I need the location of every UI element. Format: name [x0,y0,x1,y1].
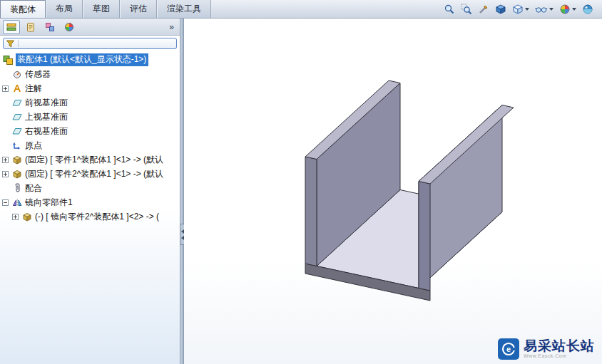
view-orientation-cube-icon [495,4,506,15]
tree-item-label: 原点 [25,140,42,152]
feature-manager-panel: » 装配体1 (默认<默认_显示状态-1>) [0,19,180,364]
watermark-letter: e [506,345,511,353]
main-area: » 装配体1 (默认<默认_显示状态-1>) [0,19,602,364]
tab-layout[interactable]: 布局 [46,0,83,18]
tree-item-label: 右视基准面 [25,125,68,137]
glasses-icon [535,4,548,15]
tree-item-label: 上视基准面 [25,111,68,123]
tree-item-label: 装配体1 (默认<默认_显示状态-1>) [16,53,148,66]
watermark-subtitle: Www.Easck.Com [524,353,595,358]
appearance-ball-icon [559,4,571,15]
tree-item-label: 配合 [25,182,42,194]
filter-row [0,36,180,51]
feature-tree: 装配体1 (默认<默认_显示状态-1>) 传感器 [0,51,180,224]
expand-plus-icon[interactable] [12,214,19,220]
assembly-icon [2,55,14,66]
tree-item-right-plane[interactable]: 右视基准面 [2,124,180,138]
zoom-to-area-icon [461,4,472,15]
tab-displaymanager[interactable] [61,20,78,34]
tab-featuremanager-tree[interactable] [3,20,20,34]
tree-item-mirror-component[interactable]: 镜向零部件1 [2,195,180,209]
view-heads-up-toolbar [444,0,602,18]
model-face-left-wall-front[interactable] [305,157,317,266]
section-view-button[interactable] [478,4,489,15]
tree-item-mirror-part[interactable]: (-) [ 镜向零件2^装配体1 ]<2> -> ( [2,209,180,224]
tab-label: 渲染工具 [167,3,201,15]
dropdown-caret-icon [525,8,529,11]
model-u-channel[interactable] [184,19,602,363]
origin-icon [11,140,23,150]
watermark-logo-icon: e [498,338,519,360]
tab-sketch[interactable]: 草图 [83,0,120,18]
part-icon [11,169,23,179]
tree-item-sensors[interactable]: 传感器 [2,67,180,81]
featuremanager-icon [6,22,16,32]
tree-item-label: (-) [ 镜向零件2^装配体1 ]<2> -> ( [35,211,159,223]
tree-item-label: 注解 [25,83,42,95]
propertymanager-icon [26,22,36,32]
zoom-to-fit-button[interactable] [444,4,455,15]
tree-item-label: (固定) [ 零件1^装配体1 ]<1> -> (默认 [25,154,163,166]
zoom-to-area-button[interactable] [461,4,472,15]
scene-sphere-icon [582,4,593,15]
tree-filter-box[interactable] [3,38,177,49]
hide-show-items-button[interactable] [535,4,553,15]
model-face-right-wall-inner[interactable] [419,105,502,288]
model-face-right-wall-front[interactable] [419,182,430,291]
expand-plus-icon[interactable] [2,171,9,177]
annotations-icon [11,83,23,93]
sensors-icon [11,69,23,79]
graphics-viewport[interactable]: e 易采站长站 Www.Easck.Com [184,19,602,364]
plane-icon [11,112,23,122]
watermark: e 易采站长站 Www.Easck.Com [498,338,595,360]
expand-plus-icon[interactable] [2,85,9,92]
command-tabs: 装配体 布局 草图 评估 渲染工具 [0,0,211,18]
tab-label: 装配体 [10,4,36,16]
configurationmanager-icon [45,22,55,32]
tab-configurationmanager[interactable] [41,20,58,34]
panel-tab-strip: » [0,19,180,36]
expand-plus-icon[interactable] [2,157,9,163]
tab-propertymanager[interactable] [22,20,39,34]
tab-label: 布局 [56,3,73,15]
mates-paperclip-icon [11,183,23,193]
tree-item-label: 传感器 [25,68,51,80]
tree-item-label: 前视基准面 [25,97,68,109]
tree-item-assembly-root[interactable]: 装配体1 (默认<默认_显示状态-1>) [2,53,180,67]
view-orientation-button[interactable] [495,4,506,15]
tree-item-origin[interactable]: 原点 [2,138,180,152]
edit-appearance-button[interactable] [559,4,576,15]
tab-render-tools[interactable]: 渲染工具 [157,0,211,18]
filter-funnel-icon [6,39,15,48]
filter-divider [18,40,19,47]
collapse-minus-icon[interactable] [2,199,9,206]
command-manager-bar: 装配体 布局 草图 评估 渲染工具 [0,0,602,19]
tab-label: 草图 [93,3,110,15]
displaymanager-icon [64,22,74,32]
tree-item-annotations[interactable]: 注解 [2,81,180,95]
plane-icon [11,98,23,108]
tree-item-front-plane[interactable]: 前视基准面 [2,95,180,110]
tree-item-mates[interactable]: 配合 [2,181,180,195]
section-pen-icon [478,4,489,15]
watermark-title: 易采站长站 [524,339,595,353]
panel-overflow-chevron[interactable]: » [169,22,177,32]
tab-evaluate[interactable]: 评估 [120,0,157,18]
tree-item-top-plane[interactable]: 上视基准面 [2,110,180,124]
zoom-to-fit-icon [444,4,455,15]
tree-item-part1[interactable]: (固定) [ 零件1^装配体1 ]<1> -> (默认 [2,152,180,167]
dropdown-caret-icon [549,8,553,11]
display-style-cube-icon [512,4,524,15]
mirror-icon [11,197,23,207]
tab-assembly[interactable]: 装配体 [0,0,46,18]
tab-label: 评估 [130,3,147,15]
tree-item-label: 镜向零部件1 [25,197,73,209]
apply-scene-button[interactable] [582,4,593,15]
display-style-button[interactable] [512,4,529,15]
watermark-text: 易采站长站 Www.Easck.Com [524,339,595,358]
part-icon [11,155,23,165]
plane-icon [11,126,23,136]
tree-item-label: (固定) [ 零件2^装配体1 ]<1> -> (默认 [25,168,163,180]
tree-item-part2[interactable]: (固定) [ 零件2^装配体1 ]<1> -> (默认 [2,167,180,181]
dropdown-caret-icon [572,8,576,11]
